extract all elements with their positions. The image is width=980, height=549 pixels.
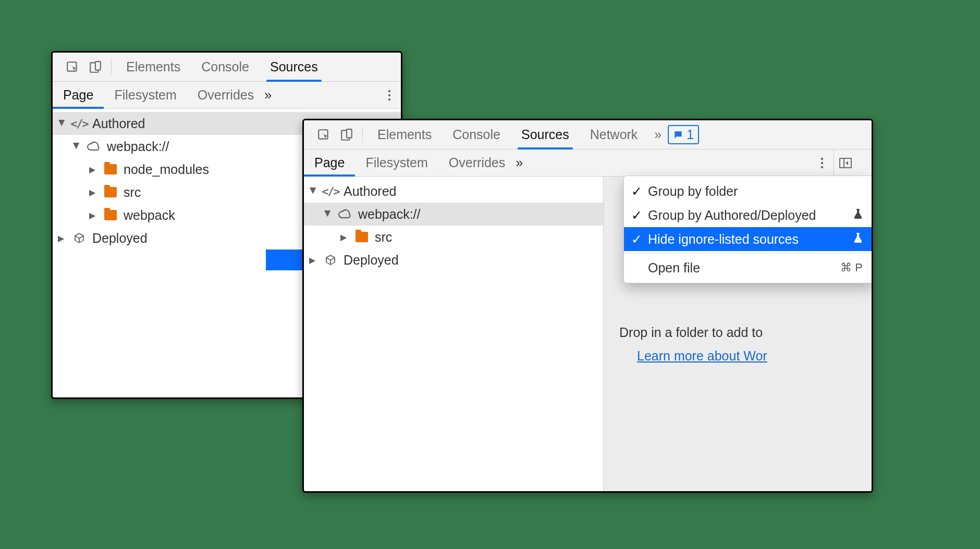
disclosure-triangle-icon[interactable]: ▶ bbox=[57, 119, 67, 128]
collapse-panel-icon[interactable] bbox=[834, 149, 857, 176]
menu-label: Open file bbox=[648, 260, 700, 276]
svg-rect-8 bbox=[347, 129, 352, 138]
navigator-context-menu: ✓ Group by folder ✓ Group by Authored/De… bbox=[623, 176, 873, 283]
menu-item-hide-ignore-listed[interactable]: ✓ Hide ignore-listed sources bbox=[624, 227, 873, 251]
tree-label: node_modules bbox=[124, 162, 209, 177]
kebab-menu-button[interactable] bbox=[811, 149, 834, 176]
disclosure-triangle-icon[interactable]: ▶ bbox=[58, 233, 66, 243]
cube-icon bbox=[71, 232, 87, 244]
tree-label: webpack:// bbox=[107, 139, 169, 154]
device-toggle-icon[interactable] bbox=[335, 128, 358, 142]
tree-item-webpack[interactable]: ▶ webpack:// bbox=[304, 203, 603, 226]
main-toolbar: Elements Console Sources bbox=[53, 53, 401, 82]
cloud-icon bbox=[337, 209, 353, 219]
subtab-page[interactable]: Page bbox=[53, 82, 104, 108]
svg-rect-6 bbox=[318, 130, 327, 139]
disclosure-triangle-icon[interactable]: ▶ bbox=[89, 165, 97, 174]
svg-point-5 bbox=[388, 98, 391, 101]
chevron-right-icon[interactable]: » bbox=[648, 127, 668, 142]
disclosure-triangle-icon[interactable]: ▶ bbox=[72, 142, 82, 151]
disclosure-triangle-icon[interactable]: ▶ bbox=[309, 187, 318, 195]
disclosure-triangle-icon[interactable]: ▶ bbox=[323, 210, 333, 218]
kebab-menu-button[interactable] bbox=[378, 82, 401, 108]
svg-point-11 bbox=[821, 166, 824, 168]
inspect-icon[interactable] bbox=[312, 128, 335, 142]
tree-label: Authored bbox=[344, 184, 396, 199]
device-toggle-icon[interactable] bbox=[84, 60, 107, 74]
menu-item-open-file[interactable]: Open file ⌘ P bbox=[624, 256, 873, 280]
menu-label: Group by folder bbox=[648, 184, 738, 199]
tree-label: Deployed bbox=[344, 253, 399, 268]
tree-item-deployed[interactable]: ▶ Deployed bbox=[304, 248, 603, 271]
tab-sources[interactable]: Sources bbox=[260, 53, 328, 81]
issues-badge[interactable]: 1 bbox=[668, 125, 699, 144]
tab-sources[interactable]: Sources bbox=[511, 120, 580, 149]
menu-separator bbox=[624, 253, 873, 254]
navigator-tree: ▶ </> Authored ▶ webpack:// ▶ src ▶ bbox=[304, 177, 604, 491]
tree-label: src bbox=[124, 185, 141, 200]
subtab-filesystem[interactable]: Filesystem bbox=[104, 82, 187, 108]
cube-icon bbox=[323, 254, 338, 266]
tree-label: webpack bbox=[124, 208, 175, 223]
tree-label: webpack:// bbox=[358, 207, 421, 222]
subtab-page[interactable]: Page bbox=[304, 149, 355, 176]
subtab-overrides[interactable]: Overrides bbox=[187, 82, 264, 108]
tab-network[interactable]: Network bbox=[580, 120, 648, 149]
disclosure-triangle-icon[interactable]: ▶ bbox=[309, 255, 317, 265]
check-icon: ✓ bbox=[631, 208, 642, 223]
tab-elements[interactable]: Elements bbox=[116, 53, 191, 81]
issues-icon bbox=[673, 130, 683, 140]
folder-icon bbox=[354, 232, 370, 242]
code-icon: </> bbox=[323, 185, 338, 198]
svg-point-4 bbox=[388, 94, 391, 96]
tab-console[interactable]: Console bbox=[442, 120, 511, 149]
disclosure-triangle-icon[interactable]: ▶ bbox=[340, 232, 349, 242]
check-icon: ✓ bbox=[631, 232, 642, 247]
menu-label: Hide ignore-listed sources bbox=[648, 232, 799, 247]
folder-icon bbox=[103, 164, 118, 174]
flask-icon bbox=[853, 233, 863, 246]
sources-subtab-bar: Page Filesystem Overrides » bbox=[304, 149, 872, 177]
menu-item-group-by-folder[interactable]: ✓ Group by folder bbox=[624, 179, 873, 203]
flask-icon bbox=[853, 209, 863, 222]
svg-point-10 bbox=[821, 161, 824, 164]
subtab-overrides[interactable]: Overrides bbox=[438, 149, 516, 176]
workspace-hint-text: Drop in a folder to add to bbox=[619, 325, 763, 340]
folder-icon bbox=[103, 187, 118, 197]
tree-item-authored[interactable]: ▶ </> Authored bbox=[304, 180, 603, 203]
disclosure-triangle-icon[interactable]: ▶ bbox=[89, 188, 97, 197]
devtools-window-after: Elements Console Sources Network » 1 Pag… bbox=[302, 119, 873, 493]
chevron-right-icon[interactable]: » bbox=[516, 155, 523, 170]
cloud-icon bbox=[86, 141, 102, 152]
tree-label: src bbox=[375, 230, 392, 245]
check-icon: ✓ bbox=[631, 184, 642, 199]
tree-label: Authored bbox=[92, 116, 145, 131]
keyboard-shortcut: ⌘ P bbox=[840, 261, 863, 274]
svg-point-3 bbox=[388, 90, 391, 92]
svg-rect-2 bbox=[95, 61, 101, 70]
toolbar-divider bbox=[362, 127, 363, 143]
disclosure-triangle-icon[interactable]: ▶ bbox=[89, 210, 97, 220]
svg-point-9 bbox=[821, 157, 824, 160]
chevron-right-icon[interactable]: » bbox=[264, 88, 272, 103]
svg-rect-0 bbox=[67, 62, 76, 71]
tab-elements[interactable]: Elements bbox=[367, 120, 442, 149]
menu-label: Group by Authored/Deployed bbox=[648, 208, 816, 223]
inspect-icon[interactable] bbox=[61, 60, 84, 74]
sources-subtab-bar: Page Filesystem Overrides » bbox=[53, 82, 401, 109]
tab-console[interactable]: Console bbox=[191, 53, 260, 81]
code-icon: </> bbox=[71, 117, 87, 130]
main-toolbar: Elements Console Sources Network » 1 bbox=[304, 120, 872, 149]
folder-icon bbox=[103, 210, 118, 220]
issues-count: 1 bbox=[687, 127, 694, 142]
menu-item-group-by-authored[interactable]: ✓ Group by Authored/Deployed bbox=[624, 203, 873, 227]
tree-label: Deployed bbox=[92, 231, 148, 246]
tree-item-src[interactable]: ▶ src bbox=[304, 226, 603, 248]
toolbar-divider bbox=[111, 59, 112, 75]
workspace-learn-more-link[interactable]: Learn more about Wor bbox=[637, 348, 767, 364]
subtab-filesystem[interactable]: Filesystem bbox=[355, 149, 438, 176]
